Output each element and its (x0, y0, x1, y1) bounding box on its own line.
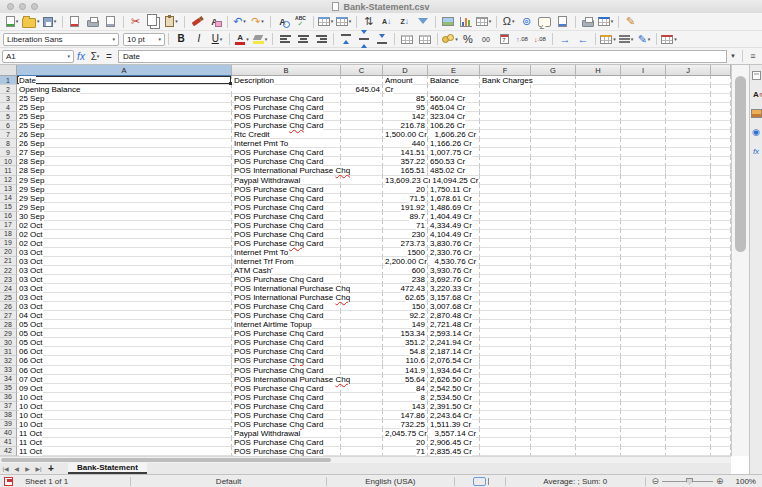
row-header-39[interactable]: 39 (0, 420, 17, 429)
cell-E36[interactable]: 2,534.50 Cr (428, 393, 480, 402)
cell-F12[interactable] (480, 176, 531, 185)
cell-D29[interactable]: 153.34 (383, 329, 428, 338)
column-header-k[interactable] (711, 65, 731, 76)
cell-J17[interactable] (666, 221, 711, 230)
cell-C30[interactable] (341, 338, 383, 347)
cell-D16[interactable]: 89.7 (383, 212, 428, 221)
cell-D10[interactable]: 357.22 (383, 157, 428, 166)
column-header-j[interactable]: J (666, 65, 711, 76)
cell-J41[interactable] (666, 438, 711, 447)
cell-H7[interactable] (576, 130, 621, 139)
cell-F22[interactable] (480, 266, 531, 275)
cell-G6[interactable] (531, 121, 576, 130)
cell-E6[interactable]: 106.26 Cr (428, 121, 480, 130)
align-center-icon[interactable] (294, 31, 312, 47)
cell-B11[interactable]: POS International Purchase Chq (232, 166, 341, 175)
cell-J10[interactable] (666, 157, 711, 166)
cell-D21[interactable]: 2,200.00 Cr (383, 257, 428, 266)
cell-F24[interactable] (480, 284, 531, 293)
merge-cells-icon[interactable] (398, 31, 416, 47)
cell-B20[interactable]: Internet Pmt To (232, 248, 341, 257)
cell-A8[interactable]: 26 Sep (17, 139, 232, 148)
cell-B39[interactable]: POS Purchase Chq Card (232, 420, 341, 429)
cell-G4[interactable] (531, 103, 576, 112)
next-sheet-icon[interactable]: ▶ (22, 465, 33, 472)
cell-B10[interactable]: POS Purchase Chq Card (232, 157, 341, 166)
cell-A26[interactable]: 03 Oct (17, 302, 232, 311)
cell-G39[interactable] (531, 420, 576, 429)
cell-B23[interactable]: POS Purchase Chq Card (232, 275, 341, 284)
row-header-41[interactable]: 41 (0, 438, 17, 447)
cell-B32[interactable]: POS Purchase Chq Card (232, 356, 341, 365)
border-color-icon[interactable]: ✎▾ (635, 31, 653, 47)
cell-F20[interactable] (480, 248, 531, 257)
format-as-date-icon[interactable]: 7 (495, 31, 513, 47)
cell-D19[interactable]: 273.73 (383, 239, 428, 248)
cell-I1[interactable] (621, 76, 666, 85)
cell-I20[interactable] (621, 248, 666, 257)
row-header-24[interactable]: 24 (0, 284, 17, 293)
cell-C36[interactable] (341, 393, 383, 402)
cell-J3[interactable] (666, 94, 711, 103)
cell-F35[interactable] (480, 384, 531, 393)
format-as-currency-icon[interactable]: ▾ (441, 31, 459, 47)
cell-C10[interactable] (341, 157, 383, 166)
row-header-38[interactable]: 38 (0, 411, 17, 420)
cell-E3[interactable]: 560.04 Cr (428, 94, 480, 103)
cell-C1[interactable] (341, 76, 383, 85)
cell-B22[interactable]: ATM Cash (232, 266, 341, 275)
column-header-g[interactable]: G (531, 65, 576, 76)
cell-K2[interactable] (711, 85, 731, 94)
cell-J35[interactable] (666, 384, 711, 393)
cell-C21[interactable] (341, 257, 383, 266)
language-indicator[interactable]: English (USA) (327, 475, 454, 487)
zoom-slider-track[interactable] (662, 481, 713, 482)
cell-C20[interactable] (341, 248, 383, 257)
cell-I9[interactable] (621, 148, 666, 157)
cell-F25[interactable] (480, 293, 531, 302)
cell-A4[interactable]: 25 Sep (17, 103, 232, 112)
freeze-rows-and-columns-icon[interactable]: ▾ (597, 14, 615, 30)
cell-E32[interactable]: 2,076.54 Cr (428, 356, 480, 365)
cell-D25[interactable]: 62.65 (383, 293, 428, 302)
cell-H18[interactable] (576, 230, 621, 239)
cell-I19[interactable] (621, 239, 666, 248)
cell-J38[interactable] (666, 411, 711, 420)
cell-G24[interactable] (531, 284, 576, 293)
cell-K17[interactable] (711, 221, 731, 230)
cell-B36[interactable]: POS Purchase Chq Card (232, 393, 341, 402)
cell-A24[interactable]: 03 Oct (17, 284, 232, 293)
merge-and-center-cells-icon[interactable] (416, 31, 434, 47)
row-header-19[interactable]: 19 (0, 239, 17, 248)
cell-E19[interactable]: 3,830.76 Cr (428, 239, 480, 248)
cell-K32[interactable] (711, 356, 731, 365)
cell-D36[interactable]: 8 (383, 393, 428, 402)
cell-K1[interactable] (711, 76, 731, 85)
cell-A9[interactable]: 27 Sep (17, 148, 232, 157)
row-header-28[interactable]: 28 (0, 320, 17, 329)
cell-B25[interactable]: POS International Purchase Chq (232, 293, 341, 302)
cell-J21[interactable] (666, 257, 711, 266)
save-icon[interactable]: ▾ (41, 14, 59, 30)
cell-G3[interactable] (531, 94, 576, 103)
cell-C5[interactable] (341, 112, 383, 121)
cell-D2[interactable]: Cr (383, 85, 428, 94)
cell-K29[interactable] (711, 329, 731, 338)
cell-I26[interactable] (621, 302, 666, 311)
column-header-b[interactable]: B (232, 65, 341, 76)
cell-G32[interactable] (531, 356, 576, 365)
cell-K38[interactable] (711, 411, 731, 420)
cell-F21[interactable] (480, 257, 531, 266)
cell-E42[interactable]: 2,835.45 Cr (428, 447, 480, 456)
cell-F30[interactable] (480, 338, 531, 347)
cell-C35[interactable] (341, 384, 383, 393)
cell-K8[interactable] (711, 139, 731, 148)
row-header-42[interactable]: 42 (0, 447, 17, 456)
cell-F2[interactable] (480, 85, 531, 94)
highlighting-color-icon[interactable]: ▾ (251, 31, 269, 47)
cell-K10[interactable] (711, 157, 731, 166)
row-header-32[interactable]: 32 (0, 356, 17, 365)
cell-H41[interactable] (576, 438, 621, 447)
cell-K35[interactable] (711, 384, 731, 393)
cell-I15[interactable] (621, 203, 666, 212)
